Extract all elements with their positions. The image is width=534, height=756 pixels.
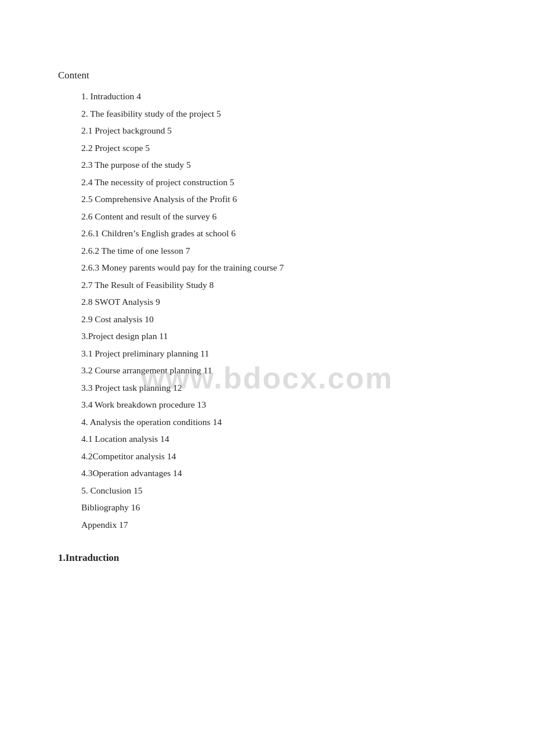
toc-item: 2. The feasibility study of the project … <box>81 109 476 118</box>
toc-item: 2.7 The Result of Feasibility Study 8 <box>81 280 476 290</box>
toc-item: 2.5 Comprehensive Analysis of the Profit… <box>81 195 476 204</box>
toc-item: 2.3 The purpose of the study 5 <box>81 160 476 170</box>
toc-item: 3.2 Course arrangement planning 11 <box>81 366 476 375</box>
toc-item: 4. Analysis the operation conditions 14 <box>81 417 476 427</box>
toc-item: 3.4 Work breakdown procedure 13 <box>81 400 476 409</box>
toc-item: 4.3Operation advantages 14 <box>81 469 476 478</box>
page: www.bdocx.com Content 1. Intraduction 42… <box>0 0 534 756</box>
toc-item: 2.6.1 Children’s English grades at schoo… <box>81 229 476 238</box>
toc-item: Bibliography 16 <box>81 503 476 512</box>
content-heading: Content <box>58 70 476 81</box>
toc-item: 3.Project design plan 11 <box>81 332 476 341</box>
toc-item: 3.1 Project preliminary planning 11 <box>81 349 476 358</box>
toc-item: Appendix 17 <box>81 520 476 530</box>
toc-item: 2.6 Content and result of the survey 6 <box>81 212 476 221</box>
toc-item: 5. Conclusion 15 <box>81 486 476 495</box>
toc-item: 4.1 Location analysis 14 <box>81 434 476 444</box>
toc-item: 2.6.2 The time of one lesson 7 <box>81 246 476 255</box>
toc-item: 2.8 SWOT Analysis 9 <box>81 297 476 307</box>
toc-item: 2.6.3 Money parents would pay for the tr… <box>81 263 476 272</box>
table-of-contents: 1. Intraduction 42. The feasibility stud… <box>81 92 476 529</box>
toc-item: 2.1 Project background 5 <box>81 126 476 135</box>
toc-item: 3.3 Project task planning 12 <box>81 383 476 393</box>
toc-item: 1. Intraduction 4 <box>81 92 476 101</box>
section-1-heading: 1.Intraduction <box>58 552 476 564</box>
toc-item: 2.9 Cost analysis 10 <box>81 315 476 324</box>
toc-item: 2.4 The necessity of project constructio… <box>81 178 476 187</box>
toc-item: 2.2 Project scope 5 <box>81 143 476 153</box>
toc-item: 4.2Competitor analysis 14 <box>81 452 476 461</box>
